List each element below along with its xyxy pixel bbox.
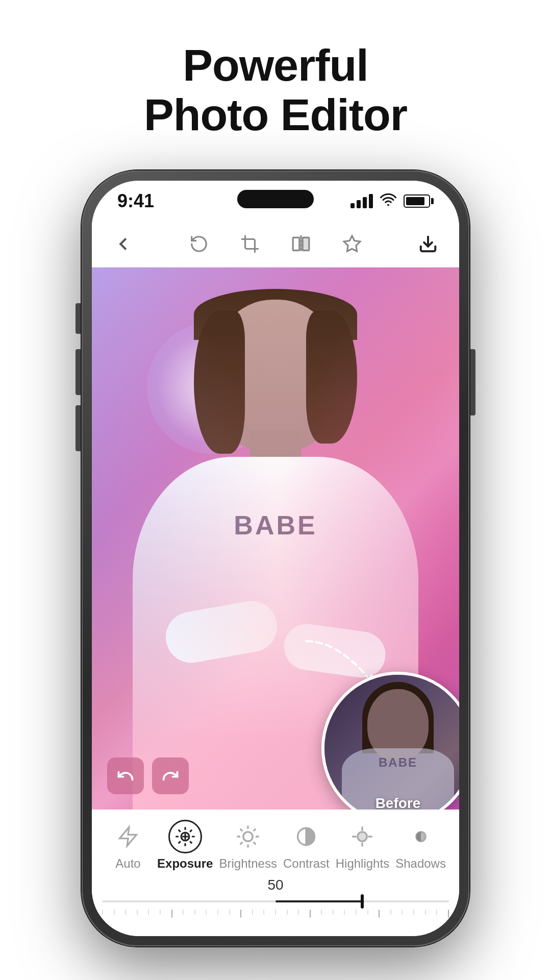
slider-thumb[interactable]	[361, 894, 364, 909]
svg-line-16	[190, 830, 191, 831]
status-icons	[350, 193, 434, 209]
photo-canvas: BABE	[92, 267, 459, 810]
before-comparison-circle[interactable]: BABE Before	[321, 672, 459, 810]
app-headline: Powerful Photo Editor	[144, 41, 407, 140]
slider-fill	[276, 900, 362, 902]
phone-mockup: 9:41	[82, 170, 469, 946]
blue-tint	[92, 267, 276, 810]
tool-auto[interactable]: Auto	[105, 820, 151, 871]
svg-marker-4	[344, 236, 360, 251]
undo-button[interactable]	[107, 757, 144, 794]
svg-point-0	[387, 204, 389, 205]
slider-value-display: 50	[92, 875, 459, 895]
photo-background: BABE	[92, 267, 459, 810]
tool-contrast[interactable]: Contrast	[283, 820, 330, 871]
svg-line-22	[241, 829, 242, 830]
adjust-button[interactable]	[339, 231, 365, 257]
slider-track	[102, 900, 449, 902]
adjustment-slider[interactable]	[92, 900, 459, 926]
headline-line1: Powerful	[144, 41, 407, 90]
flip-button[interactable]	[288, 231, 314, 257]
tool-brightness-label: Brightness	[219, 856, 277, 871]
svg-rect-2	[303, 237, 309, 250]
download-button[interactable]	[415, 231, 441, 257]
redo-button[interactable]	[152, 757, 189, 794]
tool-highlights[interactable]: Highlights	[336, 820, 389, 871]
svg-line-12	[190, 842, 191, 843]
svg-line-15	[179, 842, 180, 843]
back-button[interactable]	[110, 231, 136, 257]
tool-brightness[interactable]: Brightness	[219, 820, 277, 871]
svg-point-19	[243, 831, 253, 841]
phone-power-button	[470, 349, 475, 415]
phone-volume-down-button	[76, 405, 81, 451]
tool-auto-label: Auto	[115, 856, 140, 871]
svg-point-30	[358, 831, 367, 841]
crop-button[interactable]	[237, 231, 263, 257]
undo-redo-group	[107, 757, 189, 794]
phone-mute-button	[76, 303, 81, 334]
editor-toolbar	[92, 222, 459, 267]
wifi-icon	[380, 193, 396, 209]
slider-ticks	[102, 908, 449, 918]
tool-highlights-label: Highlights	[336, 856, 389, 871]
tool-shadows-label: Shadows	[395, 856, 446, 871]
svg-line-26	[241, 842, 242, 844]
tool-contrast-label: Contrast	[283, 856, 330, 871]
headline-line2: Photo Editor	[144, 90, 407, 140]
signal-icon	[350, 194, 373, 208]
tool-shadows[interactable]: Shadows	[395, 820, 446, 871]
before-image: BABE Before	[324, 675, 459, 810]
svg-line-27	[254, 829, 256, 830]
battery-icon	[404, 194, 434, 208]
dynamic-island	[237, 190, 314, 208]
phone-screen: 9:41	[92, 181, 459, 936]
svg-rect-1	[293, 237, 299, 250]
phone-volume-up-button	[76, 349, 81, 395]
before-label: Before	[375, 795, 421, 810]
tool-exposure-label: Exposure	[157, 856, 213, 871]
tools-row: Auto	[92, 810, 459, 875]
tool-exposure[interactable]: Exposure	[157, 820, 213, 871]
svg-line-11	[179, 830, 180, 831]
bottom-tools-panel: Auto	[92, 810, 459, 936]
svg-marker-7	[120, 827, 137, 846]
svg-line-23	[254, 842, 256, 844]
rotate-button[interactable]	[186, 231, 212, 257]
status-time: 9:41	[117, 190, 154, 212]
